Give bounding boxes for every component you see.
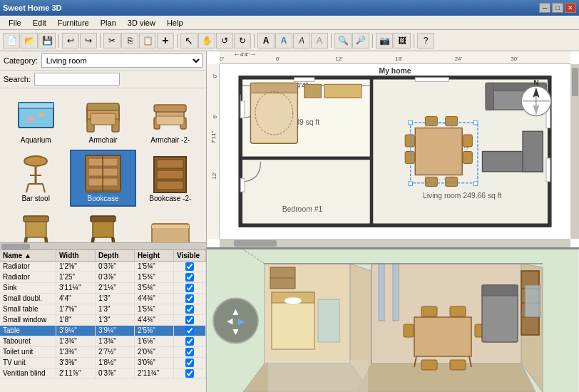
cut-button[interactable]: ✂ bbox=[103, 33, 121, 48]
svg-rect-82 bbox=[463, 152, 472, 164]
cell-width: 3'9¼" bbox=[56, 326, 96, 336]
table-row[interactable]: Small table 1'7⅝" 1'3" 1'5¾" bbox=[0, 304, 206, 315]
furniture-item-bookcase[interactable]: Bookcase bbox=[70, 150, 135, 207]
cell-visible[interactable] bbox=[174, 304, 206, 314]
maximize-button[interactable]: □ bbox=[552, 3, 563, 13]
cell-width: 3'11¼" bbox=[56, 283, 96, 293]
text-style-1[interactable]: A bbox=[275, 33, 292, 48]
furniture-item-aquarium[interactable]: Aquarium bbox=[3, 91, 68, 148]
cell-visible[interactable] bbox=[174, 347, 206, 357]
col-name[interactable]: Name ▲ bbox=[0, 250, 56, 261]
svg-point-14 bbox=[24, 156, 47, 166]
col-depth[interactable]: Depth bbox=[96, 250, 135, 261]
add-furniture-button[interactable]: + bbox=[157, 33, 174, 48]
close-button[interactable]: ✕ bbox=[565, 3, 576, 13]
cell-depth: 1'3" bbox=[96, 315, 135, 325]
menu-file[interactable]: File bbox=[3, 17, 27, 29]
paste-button[interactable]: 📋 bbox=[139, 33, 156, 48]
furniture-item-coffeetable[interactable]: Coffee table bbox=[138, 208, 203, 242]
table-row[interactable]: Venitian blind 2'11⅞" 0'3⅞" 2'11¾" bbox=[0, 368, 206, 379]
open-button[interactable]: 📂 bbox=[21, 33, 38, 48]
cell-visible[interactable] bbox=[174, 358, 206, 368]
zoom-in-button[interactable]: 🔍 bbox=[334, 33, 352, 48]
table-row[interactable]: Tabouret 1'3¾" 1'3¾" 1'6⅛" bbox=[0, 336, 206, 347]
nav-up-button[interactable]: ▲ bbox=[231, 306, 241, 316]
hscrollbar[interactable] bbox=[220, 239, 570, 247]
cell-visible[interactable] bbox=[174, 326, 206, 336]
table-row[interactable]: TV unit 3'3⅜" 1'8½" 3'0⅝" bbox=[0, 358, 206, 368]
floor-plan[interactable]: 0' 6' 12' 18' 24' 30' ← 4'4" → 0' 6' 12'… bbox=[207, 51, 579, 249]
undo-button[interactable]: ↩ bbox=[62, 33, 79, 48]
nav-control[interactable]: ▲ ◀ ▶ ▼ bbox=[212, 298, 259, 344]
search-input[interactable] bbox=[34, 73, 120, 86]
svg-line-33 bbox=[46, 237, 48, 242]
scrollbar-thumb bbox=[1, 244, 30, 249]
col-visible[interactable]: Visible bbox=[174, 250, 206, 261]
new-button[interactable]: 📄 bbox=[3, 33, 20, 48]
window-controls: ─ □ ✕ bbox=[539, 3, 576, 13]
vscrollbar[interactable] bbox=[570, 64, 579, 239]
table-row[interactable]: Radiator 1'2⅝" 0'3⅞" 1'5¾" bbox=[0, 262, 206, 272]
nav-right-button[interactable]: ▶ bbox=[238, 316, 245, 326]
furniture-scrollbar[interactable] bbox=[0, 242, 206, 249]
cell-visible[interactable] bbox=[174, 368, 206, 378]
svg-rect-53 bbox=[242, 160, 369, 224]
cell-height: 2'11¾" bbox=[135, 368, 174, 378]
svg-marker-111 bbox=[357, 363, 536, 392]
select-button[interactable]: ↖ bbox=[180, 33, 198, 48]
rotate-left-button[interactable]: ↺ bbox=[216, 33, 233, 48]
table-row[interactable]: Small window 1'8" 1'3" 4'4¾" bbox=[0, 315, 206, 326]
menu-furniture[interactable]: Furniture bbox=[52, 17, 95, 29]
zoom-out-button[interactable]: 🔎 bbox=[352, 33, 369, 48]
camera-button[interactable]: 📷 bbox=[376, 33, 393, 48]
redo-button[interactable]: ↪ bbox=[80, 33, 97, 48]
right-panel: 0' 6' 12' 18' 24' 30' ← 4'4" → 0' 6' 12'… bbox=[207, 51, 579, 392]
help-button[interactable]: ? bbox=[417, 33, 434, 48]
text-style-3[interactable]: A bbox=[311, 33, 328, 48]
render-button[interactable]: 🖼 bbox=[394, 33, 411, 48]
svg-line-39 bbox=[113, 237, 116, 242]
svg-text:N: N bbox=[533, 79, 538, 87]
svg-line-17 bbox=[26, 184, 29, 192]
left-panel: Category: Living room Bedroom Kitchen Ba… bbox=[0, 51, 207, 392]
cell-visible[interactable] bbox=[174, 272, 206, 282]
table-row[interactable]: Toilet unit 1'3¾" 2'7½" 2'0¾" bbox=[0, 347, 206, 358]
text-tool[interactable]: A bbox=[257, 33, 275, 48]
furniture-item-armchair2[interactable]: Armchair -2- bbox=[138, 91, 203, 148]
minimize-button[interactable]: ─ bbox=[539, 3, 550, 13]
rotate-right-button[interactable]: ↻ bbox=[234, 33, 251, 48]
table-row[interactable]: Small doubl. 4'4" 1'3" 4'4¾" bbox=[0, 294, 206, 304]
furniture-item-armchair[interactable]: Armchair bbox=[70, 91, 135, 148]
cell-width: 1'3¾" bbox=[56, 347, 96, 357]
menu-edit[interactable]: Edit bbox=[27, 17, 52, 29]
floorplan-svg: My home bbox=[220, 64, 570, 239]
furniture-item-bookcase2[interactable]: Bookcase -2- bbox=[138, 150, 203, 207]
svg-rect-58 bbox=[294, 78, 314, 82]
menu-plan[interactable]: Plan bbox=[95, 17, 122, 29]
cell-visible[interactable] bbox=[174, 283, 206, 293]
furniture-item-chair2[interactable]: Chair -2- bbox=[70, 208, 135, 242]
nav-down-button[interactable]: ▼ bbox=[231, 326, 241, 336]
search-row: Search: bbox=[0, 71, 206, 88]
table-row[interactable]: Radiator 1'25" 0'3⅞" 1'5¾" bbox=[0, 272, 206, 283]
cell-visible[interactable] bbox=[174, 315, 206, 325]
nav-left-button[interactable]: ◀ bbox=[227, 316, 232, 326]
cell-visible[interactable] bbox=[174, 336, 206, 346]
furniture-item-chair[interactable]: Chair bbox=[3, 208, 68, 242]
table-row[interactable]: Sink 3'11¼" 2'1¼" 3'5¾" bbox=[0, 283, 206, 294]
cell-visible[interactable] bbox=[174, 262, 206, 272]
svg-rect-129 bbox=[379, 264, 384, 321]
col-width[interactable]: Width bbox=[56, 250, 96, 261]
category-select[interactable]: Living room Bedroom Kitchen Bathroom bbox=[41, 53, 203, 68]
furniture-item-barstool[interactable]: Bar stool bbox=[3, 150, 68, 207]
pan-button[interactable]: ✋ bbox=[198, 33, 215, 48]
table-row-selected[interactable]: Table 3'9¼" 3'9¼" 2'5⅝" bbox=[0, 326, 206, 336]
cell-visible[interactable] bbox=[174, 294, 206, 304]
col-height[interactable]: Height bbox=[135, 250, 174, 261]
menu-3dview[interactable]: 3D view bbox=[122, 17, 161, 29]
copy-button[interactable]: ⎘ bbox=[121, 33, 138, 48]
vscrollbar-thumb bbox=[572, 68, 578, 96]
text-style-2[interactable]: A bbox=[293, 33, 310, 48]
menu-help[interactable]: Help bbox=[161, 17, 189, 29]
save-button[interactable]: 💾 bbox=[39, 33, 56, 48]
